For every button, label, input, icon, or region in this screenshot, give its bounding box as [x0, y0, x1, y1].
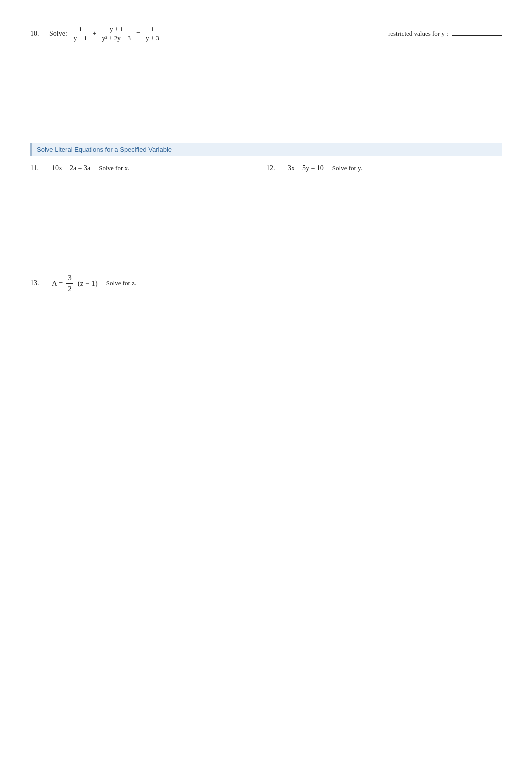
- problem-13-row: 13. A = 3 2 (z − 1) Solve for z.: [30, 273, 502, 294]
- problem-10-row: 10. Solve: 1 y − 1 + y + 1 y² + 2y − 3 =…: [30, 25, 502, 43]
- fraction-1-denominator: y − 1: [73, 34, 88, 43]
- problem-12-instruction: Solve for y.: [332, 164, 362, 172]
- fraction-2-numerator: y + 1: [109, 25, 124, 34]
- problem-13-lhs: A =: [52, 279, 63, 288]
- problem-12-number: 12.: [266, 164, 284, 172]
- problem-13-number: 13.: [30, 279, 48, 287]
- fraction-3-denominator: y + 3: [145, 34, 160, 43]
- problem-10-instruction: Solve:: [49, 30, 67, 38]
- problem-13-content: A = 3 2 (z − 1) Solve for z.: [52, 273, 136, 294]
- page: 10. Solve: 1 y − 1 + y + 1 y² + 2y − 3 =…: [30, 25, 502, 294]
- fraction-13-numerator: 3: [66, 273, 73, 284]
- fraction-1: 1 y − 1: [73, 25, 88, 43]
- fraction-2: y + 1 y² + 2y − 3: [101, 25, 132, 43]
- problem-12-content: 3x − 5y = 10 Solve for y.: [288, 164, 362, 172]
- problem-11-content: 10x − 2a = 3a Solve for x.: [52, 164, 129, 172]
- problem-12-equation: 3x − 5y = 10: [288, 164, 324, 172]
- fraction-1-numerator: 1: [78, 25, 83, 34]
- plus-sign-1: +: [93, 30, 97, 38]
- problem-12-col: 12. 3x − 5y = 10 Solve for y.: [266, 164, 502, 172]
- fraction-2-denominator: y² + 2y − 3: [101, 34, 132, 43]
- fraction-13: 3 2: [66, 273, 73, 294]
- problem-10-content: 10. Solve: 1 y − 1 + y + 1 y² + 2y − 3 =…: [30, 25, 368, 43]
- problem-11-instruction: Solve for x.: [99, 164, 129, 172]
- restricted-blank: [452, 35, 502, 36]
- fraction-3-numerator: 1: [150, 25, 155, 34]
- problem-13-expr: (z − 1): [78, 279, 98, 288]
- equals-sign-1: =: [136, 30, 140, 38]
- problem-11-col: 11. 10x − 2a = 3a Solve for x.: [30, 164, 266, 172]
- section-header: Solve Literal Equations for a Specified …: [30, 143, 502, 156]
- problems-11-12-row: 11. 10x − 2a = 3a Solve for x. 12. 3x − …: [30, 164, 502, 172]
- fraction-3: 1 y + 3: [145, 25, 160, 43]
- problem-13-instruction: Solve for z.: [106, 279, 136, 287]
- problem-10-number: 10.: [30, 30, 48, 38]
- fraction-13-denominator: 2: [66, 284, 73, 294]
- restricted-label: restricted values for y :: [388, 30, 448, 37]
- problem-10-restricted: restricted values for y :: [388, 30, 502, 38]
- section-header-text: Solve Literal Equations for a Specified …: [37, 146, 172, 153]
- problem-11-equation: 10x − 2a = 3a: [52, 164, 90, 172]
- problem-11-number: 11.: [30, 164, 48, 172]
